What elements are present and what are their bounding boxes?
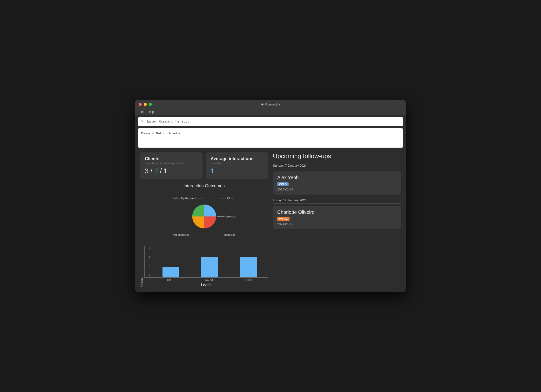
followups-title: Upcoming follow-ups bbox=[273, 152, 401, 160]
label-interested: Interested bbox=[216, 233, 236, 236]
avg-interactions-value: 1 bbox=[211, 167, 264, 175]
command-output-window: Command Output Window bbox=[138, 128, 403, 148]
command-prompt-icon: >_ bbox=[141, 120, 145, 124]
bar-chart-area: 3 2 1 0 bbox=[144, 246, 268, 278]
avg-interactions-subtitle: per client bbox=[211, 162, 264, 165]
y-label-3: 3 bbox=[145, 247, 150, 249]
pie-section: Follow Up Required Closed Unknown Not In… bbox=[140, 192, 268, 241]
date-section-2: Friday, 12 January 2024 bbox=[273, 198, 401, 204]
main-content: Clients uncontacted / contacting / close… bbox=[135, 150, 406, 292]
x-labels: HOT WARM COLD bbox=[144, 279, 268, 281]
y-label-1: 1 bbox=[145, 265, 150, 268]
bar-hot bbox=[162, 246, 179, 277]
traffic-lights bbox=[139, 103, 152, 106]
followup-date-alex: 2024-01-07 bbox=[277, 188, 397, 191]
followup-badge-alex: COLD bbox=[277, 182, 289, 186]
label-unknown: Unknown bbox=[217, 215, 237, 218]
close-button[interactable] bbox=[139, 103, 142, 106]
app-title: ⊕ Connectify bbox=[261, 103, 280, 106]
bar-hot-fill bbox=[162, 267, 179, 277]
clients-separator-1: / bbox=[150, 167, 154, 175]
avg-interactions-card: Average interactions per client 1 bbox=[206, 152, 268, 179]
y-labels: 3 2 1 0 bbox=[145, 246, 150, 277]
bar-cold bbox=[240, 246, 257, 277]
clients-card-title: Clients bbox=[145, 156, 198, 161]
bar-warm-fill bbox=[201, 257, 218, 277]
clients-card: Clients uncontacted / contacting / close… bbox=[140, 152, 203, 179]
label-closed: Closed bbox=[219, 197, 235, 200]
clients-uncontacted: 3 bbox=[145, 167, 149, 175]
clients-closed: 1 bbox=[164, 167, 168, 175]
app-icon: ⊕ bbox=[261, 103, 264, 106]
bar-cold-fill bbox=[240, 257, 257, 277]
label-follow-up: Follow Up Required bbox=[173, 197, 204, 200]
followup-name-alex: Alex Yeoh bbox=[277, 175, 397, 180]
x-axis-title: Leads bbox=[144, 283, 268, 287]
followup-date-charlotte: 2024-01-12 bbox=[277, 222, 397, 226]
y-label-2: 2 bbox=[145, 256, 150, 259]
command-input[interactable] bbox=[147, 120, 400, 124]
clients-card-value: 3 / 2 / 1 bbox=[145, 167, 198, 175]
avg-interactions-title: Average interactions bbox=[211, 156, 264, 161]
followup-badge-charlotte: WARM bbox=[277, 217, 290, 221]
date-section-1: Sunday, 7 January 2024 bbox=[273, 164, 401, 169]
titlebar: ⊕ Connectify bbox=[135, 100, 406, 109]
menubar: File Help bbox=[135, 109, 406, 115]
chart-inner: 3 2 1 0 bbox=[144, 246, 268, 287]
minimize-button[interactable] bbox=[144, 103, 147, 106]
bars-container bbox=[151, 246, 268, 277]
menu-help[interactable]: Help bbox=[148, 110, 154, 114]
followup-card-alex[interactable]: Alex Yeoh COLD 2024-01-07 bbox=[273, 171, 401, 195]
pie-chart bbox=[191, 203, 217, 230]
followup-card-charlotte[interactable]: Charlotte Oliveiro WARM 2024-01-12 bbox=[273, 206, 401, 229]
clients-card-subtitle: uncontacted / contacting / closed bbox=[145, 162, 198, 165]
y-label-0: 0 bbox=[145, 274, 150, 277]
interaction-outcomes-title: Interaction Outcomes bbox=[140, 183, 268, 189]
maximize-button[interactable] bbox=[149, 103, 152, 106]
x-label-warm: WARM bbox=[205, 279, 213, 281]
x-label-hot: HOT bbox=[167, 279, 173, 281]
clients-contacting: 2 bbox=[154, 167, 158, 175]
bar-warm bbox=[201, 246, 218, 277]
chart-wrapper: #Clients 3 2 1 0 bbox=[140, 246, 268, 287]
pie-labels: Follow Up Required Closed Unknown Not In… bbox=[170, 192, 238, 241]
clients-separator-2: / bbox=[160, 167, 164, 175]
y-axis-title: #Clients bbox=[140, 246, 143, 287]
app-window: ⊕ Connectify File Help >_ Command Output… bbox=[135, 100, 406, 292]
followup-name-charlotte: Charlotte Oliveiro bbox=[277, 209, 397, 215]
stats-row: Clients uncontacted / contacting / close… bbox=[140, 152, 268, 179]
right-panel: Upcoming follow-ups Sunday, 7 January 20… bbox=[273, 152, 401, 287]
left-panel: Clients uncontacted / contacting / close… bbox=[140, 152, 268, 287]
bar-chart-section: #Clients 3 2 1 0 bbox=[140, 246, 268, 287]
command-input-area: >_ bbox=[138, 117, 403, 126]
x-label-cold: COLD bbox=[245, 279, 252, 281]
label-not-interested: Not Interested bbox=[173, 233, 198, 236]
menu-file[interactable]: File bbox=[139, 110, 144, 114]
